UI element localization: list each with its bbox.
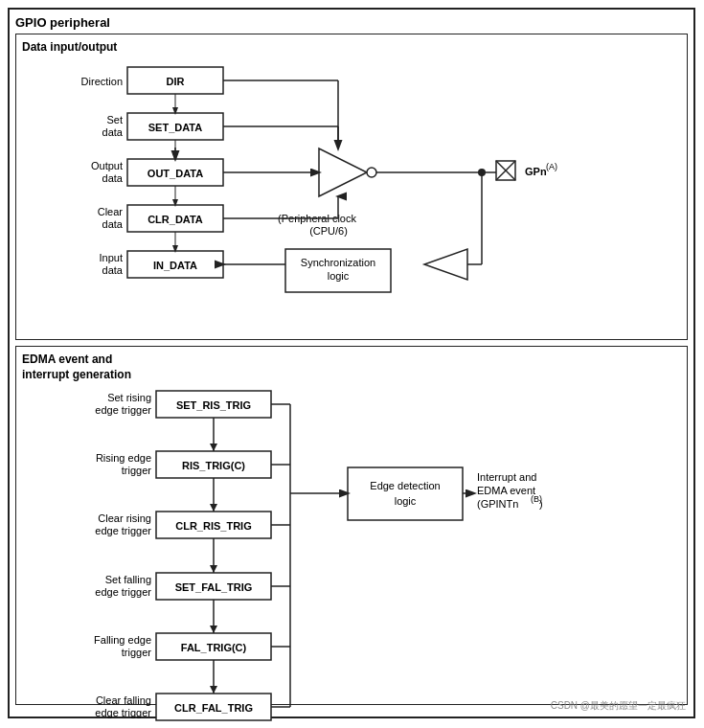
svg-marker-95 [210,565,217,573]
svg-text:Clear falling: Clear falling [96,694,151,706]
svg-text:Interrupt and: Interrupt and [477,471,536,483]
svg-marker-99 [210,686,217,694]
edma-container: SET_RIS_TRIG RIS_TRIG(C) CLR_RIS_TRIG SE… [22,386,681,712]
svg-text:Set rising: Set rising [107,392,151,403]
svg-text:EDMA event: EDMA event [477,485,535,496]
svg-text:logic: logic [395,495,417,507]
svg-text:CLR_RIS_TRIG: CLR_RIS_TRIG [175,520,251,532]
svg-text:trigger: trigger [122,647,152,658]
svg-text:CLR_FAL_TRIG: CLR_FAL_TRIG [174,702,253,714]
outer-gpio-box: GPIO peripheral Data input/output DIR SE… [8,8,695,718]
svg-text:): ) [539,498,543,510]
svg-text:(A): (A) [546,162,557,171]
svg-text:Rising edge: Rising edge [96,452,151,464]
svg-text:edge trigger: edge trigger [95,404,151,416]
svg-text:SET_RIS_TRIG: SET_RIS_TRIG [176,399,251,411]
data-io-box: Data input/output DIR SET_DATA OUT_DATA … [15,34,688,340]
svg-text:data: data [102,172,124,184]
svg-text:Input: Input [100,252,123,263]
svg-text:DIR: DIR [167,76,185,87]
svg-text:data: data [102,218,124,230]
svg-text:logic: logic [328,270,350,282]
svg-text:IN_DATA: IN_DATA [153,260,197,271]
svg-text:trigger: trigger [122,465,152,476]
edma-box: EDMA event andinterrupt generation [15,346,688,705]
svg-text:Set: Set [106,114,123,125]
svg-text:Direction: Direction [81,76,123,87]
svg-text:edge trigger: edge trigger [95,707,151,718]
svg-text:OUT_DATA: OUT_DATA [148,168,203,179]
svg-text:CLR_DATA: CLR_DATA [148,214,203,225]
svg-marker-26 [424,249,467,280]
svg-text:GPn: GPn [525,166,547,177]
svg-text:SET_FAL_TRIG: SET_FAL_TRIG [175,581,253,593]
outer-title: GPIO peripheral [15,15,688,30]
svg-text:data: data [102,126,124,138]
svg-marker-93 [210,504,217,512]
svg-text:Clear: Clear [98,206,124,217]
svg-text:RIS_TRIG(C): RIS_TRIG(C) [182,460,245,471]
svg-text:Synchronization: Synchronization [301,257,375,268]
svg-point-20 [367,168,376,177]
svg-text:SET_DATA: SET_DATA [148,122,202,133]
svg-marker-19 [319,148,367,196]
svg-text:FAL_TRIG(C): FAL_TRIG(C) [181,642,247,653]
edma-svg: SET_RIS_TRIG RIS_TRIG(C) CLR_RIS_TRIG SE… [22,386,681,712]
svg-marker-97 [210,626,217,633]
dio-container: DIR SET_DATA OUT_DATA CLR_DATA IN_DATA D… [22,57,681,335]
watermark: CSDN @最美的愿望一定最疯狂 [551,699,686,713]
svg-marker-91 [210,444,217,451]
svg-text:Falling edge: Falling edge [94,634,151,646]
data-io-title: Data input/output [22,40,681,54]
svg-text:edge trigger: edge trigger [95,586,151,598]
svg-rect-73 [348,467,463,520]
svg-text:data: data [102,264,124,276]
dio-svg: DIR SET_DATA OUT_DATA CLR_DATA IN_DATA D… [22,57,681,335]
svg-text:edge trigger: edge trigger [95,525,151,536]
svg-text:(CPU/6): (CPU/6) [309,225,348,237]
edma-title: EDMA event andinterrupt generation [22,353,681,382]
svg-text:(GPINTn: (GPINTn [477,498,518,510]
svg-text:Edge detection: Edge detection [370,480,440,491]
svg-text:Output: Output [91,160,123,171]
svg-text:Clear rising: Clear rising [98,512,151,524]
svg-text:Set falling: Set falling [105,574,151,585]
